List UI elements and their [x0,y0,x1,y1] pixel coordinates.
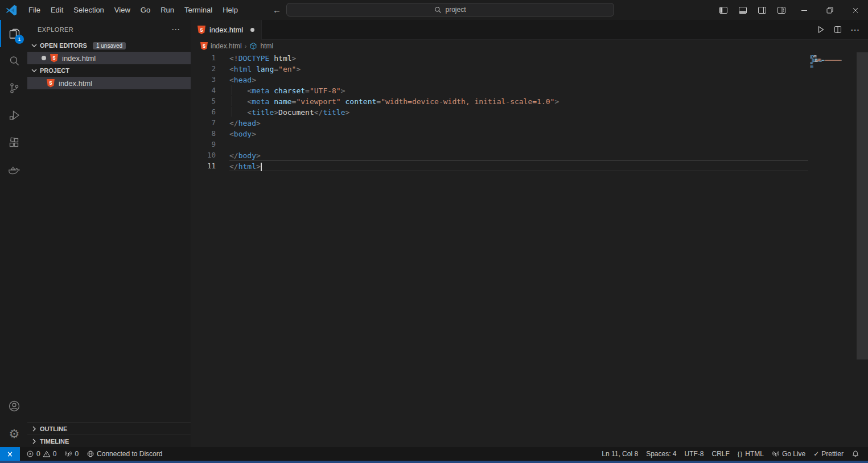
menu-edit[interactable]: Edit [46,0,68,20]
line-content[interactable]: <title>Document</title> [229,106,808,117]
explorer-badge: 1 [15,35,24,44]
open-editors-header[interactable]: OPEN EDITORS 1 unsaved [27,39,191,52]
minimap[interactable] [810,55,854,68]
eol-sequence[interactable]: CRLF [708,447,734,461]
activity-explorer[interactable]: 1 [0,20,27,47]
line-content[interactable] [229,139,808,150]
breadcrumb-symbol[interactable]: html [249,42,273,50]
broadcast-icon [772,450,780,458]
code-line-1[interactable]: 1<!DOCTYPE html> [191,52,808,63]
code-editor[interactable]: 1<!DOCTYPE html>2<html lang="en">3<head>… [191,52,868,447]
activity-source-control[interactable] [0,75,27,102]
remote-indicator[interactable] [0,447,20,461]
search-icon [7,54,21,68]
menu-file[interactable]: File [23,0,46,20]
language-mode[interactable]: {}HTML [734,447,768,461]
close-button[interactable] [842,0,868,20]
line-content[interactable]: </html> [229,160,808,171]
problems[interactable]: 00 [22,447,60,461]
menu-help[interactable]: Help [217,0,243,20]
nav-back-icon[interactable]: ← [273,5,281,15]
line-number: 7 [191,117,216,128]
code-line-9[interactable]: 9 [191,139,808,150]
search-text: project [445,6,466,14]
activity-search[interactable] [0,47,27,75]
toggle-panel-button[interactable] [733,0,752,20]
code-line-2[interactable]: 2<html lang="en"> [191,63,808,74]
toggle-secondary-sidebar-button[interactable] [752,0,772,20]
line-number: 8 [191,128,216,139]
discord-status[interactable]: Connected to Discord [83,447,166,461]
modified-dot-icon [42,56,46,60]
code-line-4[interactable]: 4 <meta charset="UTF-8"> [191,85,808,96]
activity-run-debug[interactable] [0,102,27,129]
tab-modified-dot-icon[interactable] [250,28,254,32]
prettier[interactable]: ✓Prettier [809,447,848,461]
scrollbar-thumb[interactable] [857,52,868,359]
ports[interactable]: 0 [60,447,83,461]
customize-layout-button[interactable] [772,0,791,20]
tab-index-html[interactable]: 5 index.html [191,20,262,40]
editor-more-actions-button[interactable]: ⋯ [848,22,862,37]
project-folder-header[interactable]: PROJECT [27,64,191,77]
line-content[interactable]: <head> [229,74,808,85]
line-content[interactable]: <meta charset="UTF-8"> [229,85,808,96]
breadcrumb-file[interactable]: 5 index.html [200,42,242,50]
code-line-10[interactable]: 10</body> [191,150,808,160]
code-line-3[interactable]: 3<head> [191,74,808,85]
restore-button[interactable] [817,0,842,20]
search-box[interactable]: project [286,3,614,16]
vscode-window: FileEditSelectionViewGoRunTerminalHelp ←… [0,0,868,463]
encoding[interactable]: UTF-8 [681,447,708,461]
line-number: 11 [191,160,216,171]
line-content[interactable]: <body> [229,128,808,139]
menu-view[interactable]: View [109,0,135,20]
menu-go[interactable]: Go [135,0,155,20]
menu-terminal[interactable]: Terminal [179,0,217,20]
code-line-5[interactable]: 5 <meta name="viewport" content="width=d… [191,96,808,106]
line-content[interactable]: <meta name="viewport" content="width=dev… [229,96,808,106]
line-number: 4 [191,85,216,96]
explorer-more-actions-icon[interactable]: ⋯ [171,24,180,35]
check-icon: ✓ [813,450,819,458]
search-icon [434,6,442,14]
code-line-6[interactable]: 6 <title>Document</title> [191,106,808,117]
status-bar: 000Connected to Discord Ln 11, Col 8Spac… [0,447,868,461]
activity-extensions[interactable] [0,129,27,156]
indentation[interactable]: Spaces: 4 [642,447,680,461]
split-editor-button[interactable] [830,22,845,37]
activity-accounts[interactable] [0,392,27,420]
code-line-11[interactable]: 11</html> [191,160,808,171]
git-branch-icon [7,81,21,95]
html5-file-icon: 5 [198,26,205,34]
tab-bar: 5 index.html ⋯ [191,20,868,40]
minimize-button[interactable] [791,0,817,20]
symbol-cube-icon [249,42,257,50]
file-item-index-html[interactable]: 5 index.html [27,77,191,89]
bell-icon [851,450,859,458]
open-editor-item-index-html[interactable]: 5 index.html [27,52,191,64]
timeline-section-header[interactable]: TIMELINE [27,435,191,447]
line-content[interactable]: </body> [229,150,808,160]
outline-section-header[interactable]: OUTLINE [27,422,191,435]
run-code-button[interactable] [813,22,828,37]
line-content[interactable]: </head> [229,117,808,128]
warning-icon [43,450,51,458]
go-live[interactable]: Go Live [768,447,809,461]
line-content[interactable]: <!DOCTYPE html> [229,52,808,63]
menu-selection[interactable]: Selection [68,0,109,20]
code-line-7[interactable]: 7</head> [191,117,808,128]
activity-docker[interactable] [0,156,27,184]
broadcast-icon [64,450,72,458]
activity-settings[interactable]: ⚙ [0,420,27,447]
unsaved-badge: 1 unsaved [93,42,126,49]
menu-run[interactable]: Run [155,0,179,20]
line-content[interactable]: <html lang="en"> [229,63,808,74]
sidebar-title: EXPLORER [38,26,73,33]
toggle-sidebar-button[interactable] [714,0,733,20]
cursor-position[interactable]: Ln 11, Col 8 [598,447,642,461]
notifications[interactable] [848,447,863,461]
chevron-down-icon [30,41,39,50]
remote-icon [6,450,14,458]
code-line-8[interactable]: 8<body> [191,128,808,139]
